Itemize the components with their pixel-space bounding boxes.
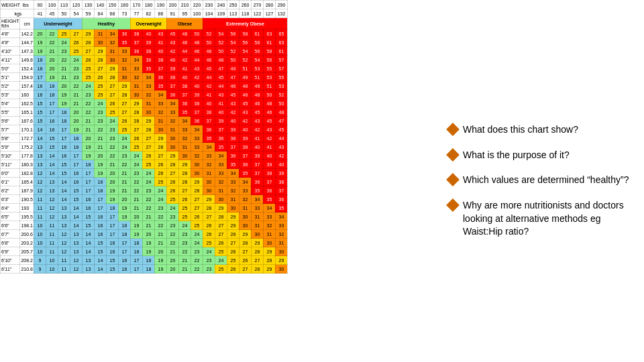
bmi-chart-panel: WEIGHT lbs 90100110120130140150160170180… xyxy=(0,0,436,362)
question-1: What does this chart show? xyxy=(448,123,632,137)
question-text-3: Which values are determined “healthy”? xyxy=(463,174,629,187)
bullet-icon-3 xyxy=(446,174,460,187)
question-text-2: What is the purpose of it? xyxy=(463,149,570,162)
question-4: Why are more nutritionists and doctors l… xyxy=(448,199,632,239)
bmi-table: WEIGHT lbs 90100110120130140150160170180… xyxy=(0,0,288,274)
questions-panel: What does this chart show? What is the p… xyxy=(436,0,644,362)
question-2: What is the purpose of it? xyxy=(448,149,632,162)
bullet-icon-2 xyxy=(446,148,460,162)
bullet-icon-4 xyxy=(446,198,460,212)
question-3: Which values are determined “healthy”? xyxy=(448,174,632,187)
question-text-4: Why are more nutritionists and doctors l… xyxy=(463,199,632,239)
bullet-icon-1 xyxy=(446,123,460,136)
question-text-1: What does this chart show? xyxy=(463,123,578,137)
